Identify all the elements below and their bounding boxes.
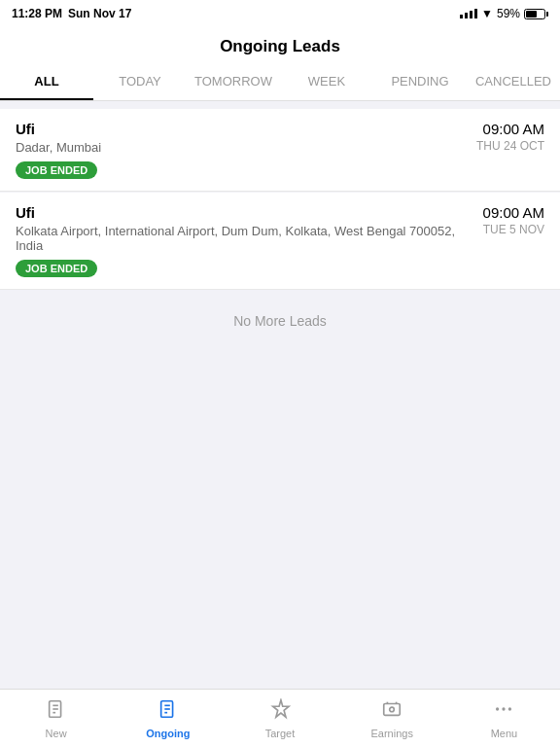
lead-time-date-1: THU 24 OCT xyxy=(457,139,544,153)
nav-new[interactable]: New xyxy=(0,690,112,747)
page-title: Ongoing Leads xyxy=(0,37,560,66)
svg-marker-8 xyxy=(273,699,290,716)
job-ended-badge-1: JOB ENDED xyxy=(16,161,97,179)
nav-target[interactable]: Target xyxy=(224,690,335,747)
filter-tabs: ALL TODAY TOMORROW WEEK PENDING CANCELLE… xyxy=(0,66,560,100)
new-icon xyxy=(46,698,67,725)
tab-cancelled[interactable]: CANCELLED xyxy=(467,66,560,100)
tab-all[interactable]: ALL xyxy=(0,66,93,100)
bottom-nav: New Ongoing Target xyxy=(0,689,560,747)
header: Ongoing Leads ALL TODAY TOMORROW WEEK PE… xyxy=(0,27,560,101)
nav-ongoing[interactable]: Ongoing xyxy=(112,690,224,747)
lead-name-1: Ufi xyxy=(16,121,457,137)
nav-ongoing-label: Ongoing xyxy=(146,728,190,739)
job-ended-badge-2: JOB ENDED xyxy=(16,260,97,277)
lead-name-2: Ufi xyxy=(16,204,457,221)
svg-point-10 xyxy=(390,707,395,712)
tab-tomorrow[interactable]: TOMORROW xyxy=(187,66,280,100)
nav-menu[interactable]: Menu xyxy=(448,690,560,747)
tab-week[interactable]: WEEK xyxy=(280,66,373,100)
battery-icon xyxy=(524,9,548,19)
status-icons: ▼ 59% xyxy=(460,7,548,20)
battery-percent: 59% xyxy=(497,7,520,20)
lead-card-1[interactable]: Ufi Dadar, Mumbai JOB ENDED 09:00 AM THU… xyxy=(0,109,560,192)
nav-earnings[interactable]: Earnings xyxy=(336,690,448,747)
lead-address-1: Dadar, Mumbai xyxy=(16,140,457,155)
leads-list: Ufi Dadar, Mumbai JOB ENDED 09:00 AM THU… xyxy=(0,101,560,352)
target-icon xyxy=(269,698,291,725)
tab-today[interactable]: TODAY xyxy=(93,66,187,100)
status-date: Sun Nov 17 xyxy=(68,7,131,20)
lead-time-value-1: 09:00 AM xyxy=(457,121,544,137)
nav-earnings-label: Earnings xyxy=(371,728,413,739)
earnings-icon xyxy=(381,698,402,725)
status-time: 11:28 PM xyxy=(12,7,62,20)
lead-card-2[interactable]: Ufi Kolkata Airport, International Airpo… xyxy=(0,193,560,290)
lead-info-2: Ufi Kolkata Airport, International Airpo… xyxy=(16,204,457,277)
lead-time-2: 09:00 AM TUE 5 NOV xyxy=(457,204,544,236)
lead-info-1: Ufi Dadar, Mumbai JOB ENDED xyxy=(16,121,457,179)
svg-point-14 xyxy=(503,707,506,710)
nav-target-label: Target xyxy=(265,728,296,739)
nav-new-label: New xyxy=(46,728,67,739)
menu-icon xyxy=(493,698,514,725)
status-bar: 11:28 PM Sun Nov 17 ▼ 59% xyxy=(0,0,560,27)
lead-time-1: 09:00 AM THU 24 OCT xyxy=(457,121,544,153)
svg-point-13 xyxy=(496,707,499,710)
signal-icon xyxy=(460,9,477,18)
tab-pending[interactable]: PENDING xyxy=(373,66,467,100)
no-more-leads: No More Leads xyxy=(0,313,560,329)
lead-time-date-2: TUE 5 NOV xyxy=(457,223,544,236)
lead-time-value-2: 09:00 AM xyxy=(457,204,544,221)
ongoing-icon xyxy=(158,698,179,725)
svg-point-15 xyxy=(508,707,511,710)
wifi-icon: ▼ xyxy=(481,7,493,20)
svg-rect-9 xyxy=(384,703,401,715)
lead-address-2: Kolkata Airport, International Airport, … xyxy=(16,224,457,253)
nav-menu-label: Menu xyxy=(491,728,518,739)
